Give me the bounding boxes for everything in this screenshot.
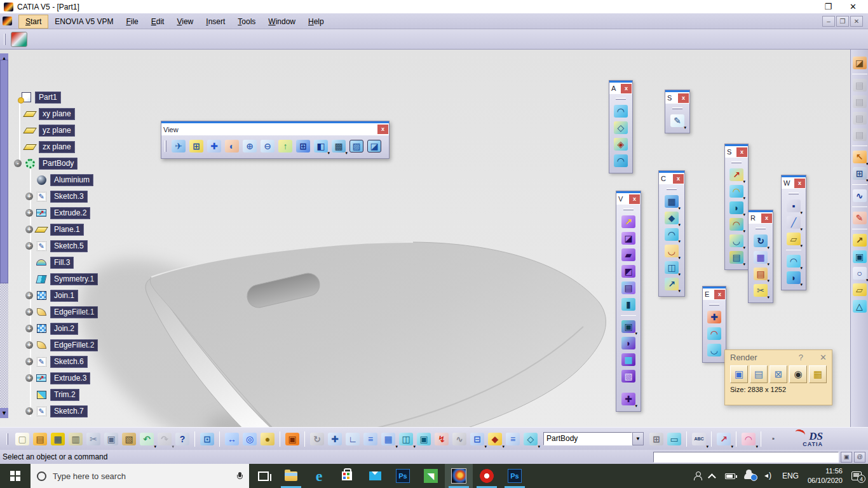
knowledge-formula-icon[interactable]: ↯: [433, 430, 451, 448]
hierarchy-icon[interactable]: ⊞: [648, 430, 665, 448]
measure-between-icon[interactable]: ↔: [223, 430, 241, 448]
3d-viewport[interactable]: ▲ ▼ +Part1+xy plane+yz plane+zx plane-Pa…: [0, 50, 868, 427]
isometric-view-icon[interactable]: ◧▾: [313, 138, 329, 154]
hide-show-icon[interactable]: ▨: [348, 138, 365, 154]
3d-part-model[interactable]: [38, 126, 674, 427]
toolbar-grip[interactable]: [4, 34, 6, 45]
sketcher-icon[interactable]: ✎▾: [669, 112, 686, 129]
revolve-surface-icon[interactable]: ◠▾: [728, 183, 745, 200]
mdi-minimize-button[interactable]: –: [822, 16, 835, 27]
toolbar-close-icon[interactable]: x: [678, 93, 689, 103]
toolbar-grip[interactable]: [789, 193, 799, 194]
menu-start[interactable]: Start: [18, 15, 48, 29]
bump-surface-icon[interactable]: ◠: [613, 103, 629, 119]
tree-expander-icon[interactable]: +: [25, 193, 33, 200]
volume-shell-icon[interactable]: ▤: [620, 280, 637, 296]
create-multi-view-icon[interactable]: ⊞: [295, 138, 311, 154]
dimension-box-icon[interactable]: ▭: [665, 430, 683, 448]
render-options-icon[interactable]: ▤: [750, 365, 768, 383]
volume-icon[interactable]: [764, 472, 773, 480]
render-area-icon[interactable]: ⊠: [770, 365, 787, 383]
toolbar-close-icon[interactable]: x: [714, 290, 725, 299]
sew-surface-icon[interactable]: ▦: [620, 351, 637, 368]
clock[interactable]: 11:56 06/10/2020: [808, 466, 843, 485]
porcupine-curvature-icon[interactable]: ◠: [706, 325, 722, 342]
tree-item-xy-plane[interactable]: +xy plane: [9, 105, 149, 122]
list-icon[interactable]: ≡: [504, 430, 522, 448]
mdi-restore-button[interactable]: ❐: [836, 16, 849, 27]
copy-icon[interactable]: ▣: [102, 430, 120, 448]
green-app-button[interactable]: ◥: [417, 464, 445, 488]
extrude-surface-icon[interactable]: ↗▾: [728, 166, 745, 183]
photoshop2-button[interactable]: Ps: [501, 464, 529, 488]
menu-edit[interactable]: Edit: [145, 15, 171, 28]
tree-filter-icon[interactable]: ⊟▾: [468, 430, 486, 448]
catalog-1-icon[interactable]: ▤: [851, 77, 868, 93]
fit-all-in-icon[interactable]: ⊞: [188, 138, 205, 154]
active-body-combobox[interactable]: PartBody ▼: [543, 432, 644, 445]
catalog-3-icon[interactable]: ▤: [851, 110, 868, 126]
view-toolbar-close-icon[interactable]: x: [377, 125, 388, 134]
sweep-surface-icon[interactable]: ◗▾: [728, 200, 745, 216]
quick-box-icon[interactable]: ▣: [851, 248, 868, 265]
pan-icon[interactable]: ✚: [206, 138, 222, 154]
workbench-icon[interactable]: [11, 32, 27, 47]
toolbar-grip[interactable]: [667, 188, 677, 190]
close-surface-icon[interactable]: ◗: [620, 335, 637, 351]
zoom-out-icon[interactable]: ⊖: [259, 138, 276, 154]
people-icon[interactable]: [694, 471, 702, 480]
toolbar-grip[interactable]: [672, 107, 682, 109]
projection-icon[interactable]: ◠▾: [785, 253, 802, 269]
thick-surface-icon[interactable]: ▣▾: [620, 318, 637, 335]
sketch-tracer-icon[interactable]: ✎: [851, 210, 868, 226]
paste-icon[interactable]: ▧: [120, 430, 138, 448]
work-on-support-icon[interactable]: ▦▾: [379, 430, 397, 448]
save-icon[interactable]: ▦: [49, 430, 67, 448]
render-style-icon[interactable]: ▩▾: [330, 138, 347, 154]
multi-output-icon[interactable]: ⊞▾: [851, 165, 868, 182]
object-repetition-icon[interactable]: ↻▾: [752, 233, 769, 249]
cut-icon[interactable]: ✂: [85, 430, 102, 448]
transform-surface-icon[interactable]: ◠: [613, 152, 629, 169]
microphone-icon[interactable]: [237, 472, 243, 480]
triangle-plane-icon[interactable]: △: [851, 298, 868, 315]
toolbar-close-icon[interactable]: x: [629, 194, 640, 204]
photoshop-button[interactable]: Ps: [389, 464, 417, 488]
file-explorer-button[interactable]: [277, 464, 305, 488]
battery-icon[interactable]: [725, 473, 735, 479]
extrapolate-icon[interactable]: ↗▾: [663, 276, 680, 292]
tree-expander-icon[interactable]: +: [25, 242, 33, 250]
toolbar-grip[interactable]: [623, 208, 634, 210]
toolbar-grip[interactable]: [6, 433, 8, 445]
curve-analysis-icon[interactable]: ∿: [851, 187, 868, 204]
quick-arrow-icon[interactable]: ↗: [851, 232, 868, 248]
tree-expander-icon[interactable]: -: [14, 159, 22, 167]
render-scene-icon[interactable]: ▣: [730, 365, 748, 383]
more-toolbars-chevron[interactable]: »: [764, 430, 782, 448]
power-input-icon[interactable]: ▣: [841, 452, 852, 463]
taskbar-search-input[interactable]: Type here to search: [31, 464, 249, 488]
toolbar-close-icon[interactable]: x: [736, 147, 747, 157]
render-close-icon[interactable]: ✕: [820, 353, 827, 362]
toolbar-grip[interactable]: [616, 98, 626, 100]
fly-mode-icon[interactable]: ✈: [170, 138, 187, 154]
tree-expander-icon[interactable]: +: [25, 407, 33, 415]
volume-transfer-icon[interactable]: ▧: [620, 368, 637, 384]
user-pattern-icon[interactable]: ✂▾: [752, 282, 769, 299]
undo-icon[interactable]: ↶▾: [138, 430, 156, 448]
measure-item-icon[interactable]: ◎: [241, 430, 259, 448]
knowledge-inspector-icon[interactable]: ∿: [451, 430, 468, 448]
window-close-button[interactable]: ✕: [850, 2, 857, 11]
intersection-icon[interactable]: ◗▾: [785, 269, 802, 286]
menu-insert[interactable]: Insert: [200, 15, 231, 28]
language-indicator[interactable]: ENG: [782, 471, 799, 480]
plane-icon[interactable]: ▱▾: [785, 231, 802, 247]
text-with-leader-icon[interactable]: ABC▾: [690, 430, 708, 448]
circle-tool-icon[interactable]: ○▾: [851, 265, 868, 281]
onedrive-icon[interactable]: [744, 473, 756, 479]
tree-expander-icon[interactable]: +: [25, 341, 33, 349]
measure-inertia-icon[interactable]: ●: [259, 430, 276, 448]
plane-tool-icon[interactable]: ▱: [851, 281, 868, 298]
toolbar-close-icon[interactable]: x: [673, 174, 684, 184]
store-button[interactable]: [333, 464, 361, 488]
